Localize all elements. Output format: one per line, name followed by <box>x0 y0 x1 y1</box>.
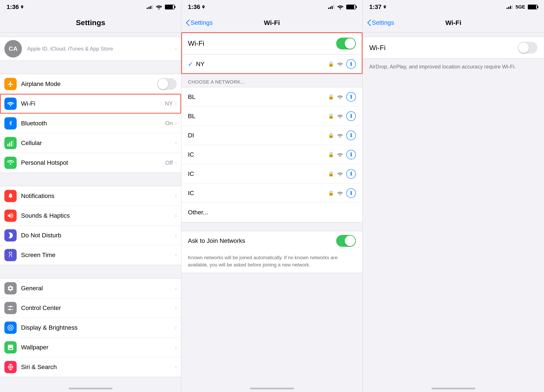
wifi-settings-icon <box>4 98 17 110</box>
network-bl1-icons: 🔒 ℹ <box>328 92 356 102</box>
ask-join-row[interactable]: Ask to Join Networks <box>181 231 362 250</box>
info-bl2[interactable]: ℹ <box>346 111 356 121</box>
bluetooth-item[interactable]: Bluetooth On › <box>0 114 181 133</box>
network-bl1[interactable]: BL 🔒 ℹ <box>181 87 362 107</box>
general-item[interactable]: General › <box>0 278 181 298</box>
other-network-item[interactable]: Other... <box>181 203 362 222</box>
info-ic3[interactable]: ℹ <box>346 188 356 198</box>
svg-point-20 <box>340 137 341 138</box>
network-bl2[interactable]: BL 🔒 ℹ <box>181 107 362 126</box>
network-ic2[interactable]: IC 🔒 ℹ <box>181 164 362 184</box>
display-icon <box>4 322 17 334</box>
screentime-item[interactable]: Screen Time › <box>0 245 181 265</box>
bluetooth-icon <box>4 117 17 129</box>
wifi-icon-left <box>156 5 162 9</box>
wifi-icon-middle <box>337 5 344 9</box>
wifi-di <box>337 133 343 138</box>
lock-bl2: 🔒 <box>328 113 334 119</box>
lock-ic3: 🔒 <box>328 190 334 196</box>
hotspot-value: Off <box>165 160 173 166</box>
user-profile[interactable]: CA Apple ID, iCloud, iTunes & App Store … <box>0 37 181 61</box>
info-ic1[interactable]: ℹ <box>346 150 356 160</box>
back-button-middle[interactable]: Settings <box>186 19 213 26</box>
system-section: Notifications › Sounds & Haptics › Do No… <box>0 186 181 265</box>
lock-icon-current: 🔒 <box>328 61 334 67</box>
mbar2 <box>330 7 331 9</box>
notifications-item[interactable]: Notifications › <box>0 186 181 206</box>
cellular-label: Cellular <box>21 139 175 147</box>
network-di-icons: 🔒 ℹ <box>328 131 356 140</box>
sounds-item[interactable]: Sounds & Haptics › <box>0 206 181 225</box>
choose-network-header: CHOOSE A NETWORK... <box>181 74 362 87</box>
status-time-right: 1:37 <box>369 4 387 11</box>
mbar4 <box>333 5 334 9</box>
status-icons-middle <box>328 5 356 9</box>
ask-join-toggle[interactable] <box>336 235 356 247</box>
mbar1 <box>328 8 329 9</box>
location-icon-left <box>20 5 24 9</box>
back-chevron-right <box>367 19 371 26</box>
right-wifi-toggle-row[interactable]: Wi-Fi <box>363 37 544 59</box>
nav-bar-right: Settings Wi-Fi <box>363 13 544 32</box>
rbar1 <box>507 8 508 9</box>
wifi-bl1 <box>337 94 343 99</box>
rbar2 <box>508 7 509 9</box>
checkmark-icon: ✓ <box>188 61 193 68</box>
airplane-mode-item[interactable]: Airplane Mode <box>0 74 181 94</box>
info-btn-current[interactable]: ℹ <box>346 59 356 69</box>
current-network-item[interactable]: ✓ NY 🔒 ℹ <box>181 54 362 74</box>
back-button-right[interactable]: Settings <box>367 19 394 26</box>
wifi-settings-svg <box>7 101 14 107</box>
airplane-mode-toggle[interactable] <box>157 78 177 90</box>
network-bl2-icons: 🔒 ℹ <box>328 111 356 121</box>
donotdisturb-item[interactable]: Do Not Disturb › <box>0 225 181 245</box>
current-network-name: NY <box>196 61 328 68</box>
bluetooth-chevron: › <box>175 120 177 127</box>
wallpaper-item[interactable]: Wallpaper › <box>0 338 181 357</box>
status-time-middle: 1:36 <box>188 4 205 11</box>
network-ic3[interactable]: IC 🔒 ℹ <box>181 184 362 203</box>
airplane-svg <box>7 81 14 87</box>
battery-icon-right <box>528 5 538 9</box>
battery-icon-middle <box>346 5 356 9</box>
hotspot-item[interactable]: Personal Hotspot Off › <box>0 153 181 173</box>
wifi-main-toggle[interactable] <box>336 38 356 49</box>
wifi-toggle-row[interactable]: Wi-Fi <box>181 33 362 54</box>
wifi-signal-current <box>337 62 343 67</box>
network-bl2-name: BL <box>188 113 328 120</box>
info-ic2[interactable]: ℹ <box>346 169 356 179</box>
profile-chevron: › <box>175 46 177 52</box>
wifi-page-title-right: Wi-Fi <box>445 19 461 26</box>
status-icons-right: 5GE <box>507 4 538 10</box>
wifi-value: NY <box>165 100 173 107</box>
settings-title: Settings <box>76 18 105 27</box>
bar1 <box>147 8 148 9</box>
network-di-name: DI <box>188 132 328 139</box>
display-item[interactable]: Display & Brightness › <box>0 318 181 338</box>
svg-point-22 <box>340 175 341 176</box>
wifi-item[interactable]: Wi-Fi NY › <box>0 94 181 114</box>
wallpaper-label: Wallpaper <box>21 344 175 351</box>
right-wifi-main-toggle[interactable] <box>518 42 538 54</box>
cellular-item[interactable]: Cellular › <box>0 133 181 153</box>
wifi-toggle-label: Wi-Fi <box>188 39 336 47</box>
user-subtitle: Apple ID, iCloud, iTunes & App Store <box>27 46 175 52</box>
info-di[interactable]: ℹ <box>346 131 356 140</box>
info-bl1[interactable]: ℹ <box>346 92 356 102</box>
lock-ic1: 🔒 <box>328 152 334 157</box>
wifi-off-panel: 1:37 5GE Settings Wi-Fi Wi-Fi <box>363 0 544 392</box>
svg-rect-2 <box>7 144 9 146</box>
siri-icon <box>4 361 17 373</box>
nav-bar-middle: Settings Wi-Fi <box>181 13 362 32</box>
siri-item[interactable]: Siri & Search › <box>0 357 181 377</box>
signal-bars-right <box>507 5 513 9</box>
network-ic1-name: IC <box>188 151 328 158</box>
network-di[interactable]: DI 🔒 ℹ <box>181 126 362 145</box>
controlcenter-item[interactable]: Control Center › <box>0 298 181 318</box>
cellular-svg <box>7 139 14 147</box>
network-ic3-name: IC <box>188 190 328 197</box>
svg-rect-5 <box>13 140 14 146</box>
donotdisturb-label: Do Not Disturb <box>21 232 175 239</box>
wifi-bl2 <box>337 114 343 119</box>
network-ic1[interactable]: IC 🔒 ℹ <box>181 145 362 164</box>
